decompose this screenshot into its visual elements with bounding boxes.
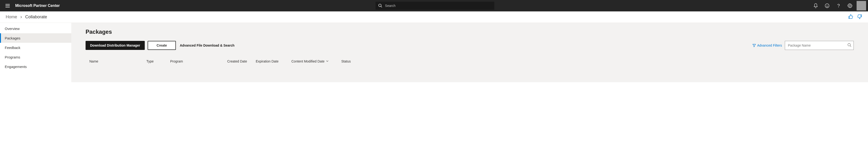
- sidebar-item-feedback[interactable]: Feedback: [0, 43, 71, 52]
- breadcrumb-current: Collaborate: [25, 14, 47, 20]
- search-box[interactable]: [375, 2, 494, 10]
- svg-point-2: [828, 5, 828, 5]
- column-header-program[interactable]: Program: [170, 59, 227, 63]
- advanced-filters-link[interactable]: Advanced Filters: [752, 43, 782, 47]
- help-button[interactable]: [833, 0, 844, 11]
- column-header-type[interactable]: Type: [147, 59, 170, 63]
- sidebar-item-label: Feedback: [5, 46, 21, 50]
- sidebar-item-overview[interactable]: Overview: [0, 24, 71, 33]
- avatar[interactable]: [857, 1, 866, 10]
- body: Overview Packages Feedback Programs Enga…: [0, 23, 868, 82]
- search-input[interactable]: [385, 4, 492, 8]
- sidebar-item-label: Packages: [5, 36, 21, 40]
- column-header-expiration-date[interactable]: Expiration Date: [256, 59, 291, 63]
- search-icon: [847, 43, 851, 48]
- page-heading: Packages: [86, 29, 854, 35]
- hamburger-icon: [5, 4, 10, 7]
- thumbs-up-button[interactable]: [848, 14, 853, 20]
- package-name-filter-input[interactable]: [785, 41, 854, 50]
- header-right: [810, 0, 866, 11]
- thumbs-down-button[interactable]: [857, 14, 862, 20]
- chevron-down-icon: [326, 59, 329, 63]
- table-header: Name Type Program Created Date Expiratio…: [86, 59, 854, 63]
- sidebar-item-label: Programs: [5, 55, 20, 59]
- app-title: Microsoft Partner Center: [13, 4, 60, 8]
- settings-button[interactable]: [844, 0, 856, 11]
- sidebar-item-engagements[interactable]: Engagements: [0, 62, 71, 71]
- main-content: Packages Download Distribution Manager C…: [71, 23, 868, 82]
- advanced-file-download-link[interactable]: Advanced File Download & Search: [180, 43, 234, 47]
- breadcrumb: Home Collaborate: [6, 14, 47, 20]
- bell-icon: [813, 3, 818, 8]
- svg-point-3: [838, 7, 839, 8]
- breadcrumb-home[interactable]: Home: [6, 14, 17, 20]
- notifications-button[interactable]: [810, 0, 822, 11]
- question-icon: [836, 4, 841, 8]
- smiley-icon: [825, 3, 830, 8]
- svg-point-0: [825, 4, 829, 8]
- sidebar-item-packages[interactable]: Packages: [0, 33, 71, 43]
- breadcrumb-bar: Home Collaborate: [0, 11, 868, 23]
- filter-input-wrap: [785, 41, 854, 50]
- sidebar-item-label: Overview: [5, 27, 20, 31]
- advanced-filters-label: Advanced Filters: [757, 43, 782, 47]
- svg-point-4: [849, 5, 851, 7]
- column-header-created-date[interactable]: Created Date: [227, 59, 256, 63]
- sidebar-item-label: Engagements: [5, 65, 27, 69]
- thumbs-up-icon: [848, 14, 853, 19]
- column-header-status[interactable]: Status: [341, 59, 360, 63]
- svg-point-1: [826, 5, 827, 5]
- page-feedback: [848, 14, 862, 20]
- download-distribution-manager-button[interactable]: Download Distribution Manager: [86, 41, 145, 50]
- sidebar-item-programs[interactable]: Programs: [0, 52, 71, 62]
- thumbs-down-icon: [857, 14, 862, 19]
- sidebar: Overview Packages Feedback Programs Enga…: [0, 23, 71, 82]
- column-header-name[interactable]: Name: [89, 59, 147, 63]
- gear-icon: [847, 3, 852, 8]
- filter-icon: [752, 44, 756, 47]
- header-center: [60, 2, 810, 10]
- column-header-content-modified-date[interactable]: Content Modified Date: [291, 59, 341, 63]
- app-header: Microsoft Partner Center: [0, 0, 868, 11]
- toolbar: Download Distribution Manager Create Adv…: [86, 41, 854, 50]
- chevron-right-icon: [20, 14, 22, 20]
- feedback-smiley-button[interactable]: [822, 0, 833, 11]
- search-icon: [378, 4, 382, 8]
- create-button[interactable]: Create: [148, 41, 176, 50]
- hamburger-menu-button[interactable]: [2, 0, 13, 11]
